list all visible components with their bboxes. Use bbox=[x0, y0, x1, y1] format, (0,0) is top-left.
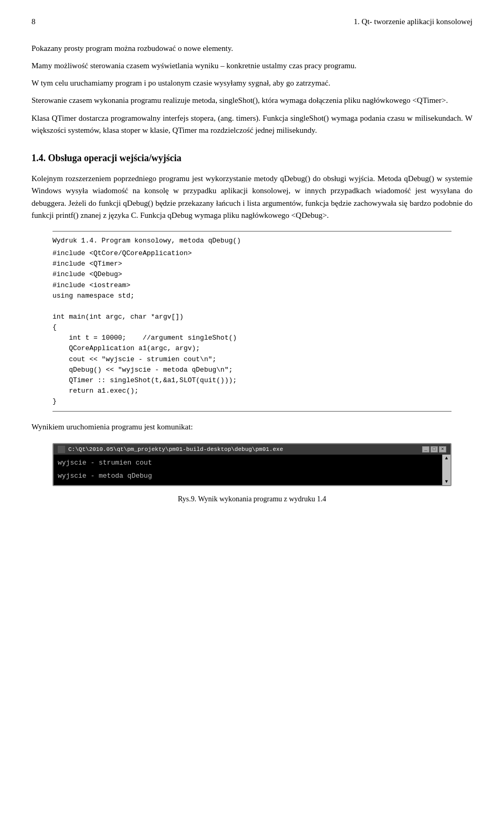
terminal-icon bbox=[58, 446, 65, 453]
paragraph-3: W tym celu uruchamiamy program i po usta… bbox=[32, 77, 472, 89]
code-line: cout << "wyjscie - strumien cout\n"; bbox=[52, 354, 452, 365]
scroll-up-arrow[interactable]: ▲ bbox=[444, 456, 449, 460]
code-line: } bbox=[52, 396, 452, 407]
section-number: 1.4. bbox=[32, 153, 46, 163]
code-caption: Wydruk 1.4. Program konsolowy, metoda qD… bbox=[52, 236, 452, 246]
code-line: { bbox=[52, 322, 452, 333]
paragraph-1: Pokazany prosty program można rozbudować… bbox=[32, 43, 472, 55]
page-header: 8 1. Qt- tworzenie aplikacji konsolowej bbox=[32, 16, 472, 28]
result-text: Wynikiem uruchomienia programu jest komu… bbox=[32, 421, 472, 433]
code-block: Wydruk 1.4. Program konsolowy, metoda qD… bbox=[52, 231, 452, 412]
code-line: #include <QTimer> bbox=[52, 259, 452, 269]
terminal-title-left: C:\Qt\2010.05\qt\pm_projekty\pm01-build-… bbox=[58, 445, 283, 454]
page-number: 8 bbox=[32, 16, 36, 28]
code-line: int main(int argc, char *argv[]) bbox=[52, 312, 452, 322]
figure-caption: Rys.9. Wynik wykonania programu z wydruk… bbox=[52, 493, 452, 504]
code-line: #include <QDebug> bbox=[52, 269, 452, 280]
paragraph-5: Klasa QTimer dostarcza programowalny int… bbox=[32, 112, 472, 137]
chapter-title: 1. Qt- tworzenie aplikacji konsolowej bbox=[354, 16, 472, 28]
code-line: using namespace std; bbox=[52, 291, 452, 301]
code-line: #include <iostream> bbox=[52, 280, 452, 291]
code-line: return a1.exec(); bbox=[52, 386, 452, 396]
paragraph-2: Mamy możliwość sterowania czasem wyświet… bbox=[32, 60, 472, 72]
scroll-down-arrow[interactable]: ▼ bbox=[444, 479, 449, 484]
section-heading: 1.4. Obsługa operacji wejścia/wyjścia bbox=[32, 151, 472, 165]
code-line: #include <QtCore/QCoreApplication> bbox=[52, 248, 452, 259]
terminal-body: wyjscie - strumien coutwyjscie - metoda … bbox=[54, 455, 450, 485]
terminal-buttons: _ □ × bbox=[422, 446, 446, 453]
terminal-scrollbar[interactable]: ▲ ▼ bbox=[442, 455, 450, 485]
terminal-titlebar: C:\Qt\2010.05\qt\pm_projekty\pm01-build-… bbox=[54, 444, 450, 455]
code-line: int t = 10000; //argument singleShot() bbox=[52, 333, 452, 343]
code-line bbox=[52, 301, 452, 312]
terminal-output: wyjscie - strumien coutwyjscie - metoda … bbox=[54, 455, 442, 485]
maximize-button[interactable]: □ bbox=[430, 446, 438, 453]
close-button[interactable]: × bbox=[439, 446, 446, 453]
code-lines: #include <QtCore/QCoreApplication>#inclu… bbox=[52, 248, 452, 407]
terminal-title: C:\Qt\2010.05\qt\pm_projekty\pm01-build-… bbox=[68, 445, 283, 454]
minimize-button[interactable]: _ bbox=[422, 446, 429, 453]
paragraph-4: Sterowanie czasem wykonania programu rea… bbox=[32, 94, 472, 107]
terminal-line: wyjscie - strumien cout bbox=[58, 457, 438, 470]
section-title: Obsługa operacji wejścia/wyjścia bbox=[48, 153, 182, 163]
terminal-line: wyjscie - metoda qDebug bbox=[58, 470, 438, 483]
code-line: qDebug() << "wyjscie - metoda qDebug\n"; bbox=[52, 365, 452, 375]
code-line: QTimer :: singleShot(t,&a1,SLOT(quit()))… bbox=[52, 375, 452, 386]
code-line: QCoreApplication a1(argc, argv); bbox=[52, 343, 452, 354]
terminal-window: C:\Qt\2010.05\qt\pm_projekty\pm01-build-… bbox=[52, 443, 452, 486]
section-paragraph-1: Kolejnym rozszerzeniem poprzedniego prog… bbox=[32, 173, 472, 222]
